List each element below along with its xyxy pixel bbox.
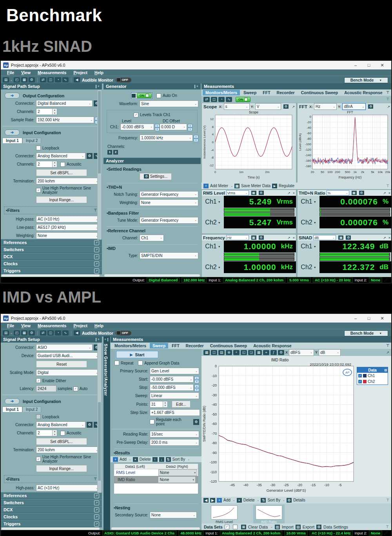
- up-icon[interactable]: ↑: [152, 457, 158, 462]
- zoom-tool-icon[interactable]: ⊕: [226, 350, 232, 355]
- signal-path-icon[interactable]: ⇄: [40, 77, 46, 82]
- popout-icon[interactable]: ↗: [94, 507, 99, 512]
- close-icon[interactable]: ×: [388, 191, 390, 195]
- menu-measurements[interactable]: Measurements: [34, 323, 70, 328]
- new-project-icon[interactable]: ▤: [3, 330, 9, 335]
- dropdown-connector[interactable]: Analog Balanced⌄: [36, 153, 85, 159]
- accordion-item-references[interactable]: References↗: [1, 492, 102, 499]
- checkbox-checked-icon[interactable]: ✓: [358, 374, 362, 377]
- spinner-arrows[interactable]: ▲▼: [52, 161, 57, 167]
- close-button[interactable]: ✕: [376, 61, 389, 69]
- graph-x-units-dropdown[interactable]: dBFS⌄: [289, 349, 314, 356]
- sweep-icon[interactable]: ∿: [226, 97, 232, 102]
- checkbox-loopback[interactable]: Loopback: [36, 146, 59, 150]
- popout-icon[interactable]: ↗: [387, 105, 390, 109]
- checkbox-acoustic[interactable]: Acoustic: [60, 162, 82, 167]
- checkbox-icon[interactable]: ✓: [36, 378, 41, 383]
- toolbar-label-regulate[interactable]: Regulate: [279, 184, 294, 188]
- spin-down-icon[interactable]: ▼: [194, 380, 199, 383]
- naming-icon[interactable]: ◫: [47, 330, 54, 335]
- dropdown-tune-mode[interactable]: Generator Frequency⌄: [140, 217, 198, 224]
- save-graph-icon[interactable]: ▦: [203, 350, 210, 355]
- spinner-arrows[interactable]: ▲▼: [52, 109, 57, 115]
- scope-y-units-dropdown[interactable]: V⌄: [255, 103, 281, 110]
- menu-view[interactable]: View: [18, 70, 34, 75]
- popout-icon[interactable]: ↗: [94, 268, 99, 273]
- button-input-range[interactable]: Input Range...: [36, 465, 87, 472]
- copy-graph-icon[interactable]: ◫: [211, 350, 217, 355]
- pin-icon[interactable]: ⊤: [386, 97, 389, 101]
- h-scrollbar[interactable]: [2, 527, 100, 530]
- channel-selector[interactable]: Ch1▼: [298, 196, 319, 208]
- accordion-item-switchers[interactable]: Switchers↗: [1, 499, 102, 506]
- channel-selector[interactable]: Ch2▼: [202, 217, 224, 228]
- dropdown-low-pass[interactable]: AES17 (20 kHz)⌄: [36, 224, 100, 231]
- accordion-item-triggers[interactable]: Triggers↗: [1, 520, 102, 527]
- accordion-item-switchers[interactable]: Switchers↗: [1, 246, 102, 253]
- h-scrollbar[interactable]: [111, 527, 200, 530]
- toolbar-label-sort-by[interactable]: Sort By: [267, 498, 280, 502]
- expand-icon[interactable]: +❙: [103, 336, 110, 341]
- start-button[interactable]: ▶Start: [116, 351, 158, 358]
- sweep-icon[interactable]: ∿: [62, 77, 69, 82]
- channel-selector[interactable]: Ch2▼: [298, 217, 319, 228]
- pin-icon[interactable]: ⊤: [386, 525, 389, 529]
- clear-data-icon[interactable]: ⊠: [241, 525, 246, 529]
- new-dropdown-icon[interactable]: ⌄: [10, 78, 13, 82]
- spinner[interactable]: ▲▼: [194, 135, 198, 141]
- popout-icon[interactable]: ↗: [94, 261, 99, 266]
- toolbar-label-import[interactable]: Import: [282, 525, 294, 529]
- gear-icon[interactable]: ⚙: [193, 419, 199, 425]
- h-scrollbar[interactable]: [2, 274, 100, 277]
- dropdown-weighting[interactable]: None⌄: [36, 232, 100, 239]
- tab-fft[interactable]: FFT: [260, 90, 273, 95]
- popout-icon[interactable]: ↗: [94, 240, 99, 245]
- save-project-icon[interactable]: ▦: [21, 330, 27, 335]
- last-icon[interactable]: ▶: [210, 498, 215, 503]
- minimize-button[interactable]: –: [349, 61, 362, 69]
- tab-input-1[interactable]: Input 1: [2, 407, 22, 412]
- number-spinner[interactable]: 31▲▼: [150, 401, 168, 408]
- naming-icon[interactable]: ◫: [211, 97, 217, 102]
- toolbar-label-clear-data[interactable]: Clear Data: [248, 525, 268, 529]
- dropdown-device[interactable]: Gustard USB Audi...⌄: [36, 352, 100, 359]
- spinner[interactable]: ▲▼: [155, 124, 160, 130]
- spin-down-icon[interactable]: ▼: [163, 404, 167, 407]
- toolbar-label-add[interactable]: Add: [120, 457, 127, 461]
- graph-y-units-dropdown[interactable]: dB⌄: [319, 349, 341, 356]
- checkbox-icon[interactable]: ✓: [73, 387, 78, 391]
- meter-style-icon[interactable]: ▦: [352, 191, 357, 195]
- dropdown-high-pass[interactable]: AC (<10 Hz)⌄: [36, 216, 100, 222]
- popout-icon[interactable]: ↗: [94, 247, 99, 252]
- spinner[interactable]: ▲▼: [188, 124, 192, 130]
- meter-style-icon[interactable]: ▦: [338, 235, 343, 240]
- popout-icon[interactable]: ↗: [94, 254, 99, 259]
- delete-icon[interactable]: ×: [133, 457, 138, 462]
- number-spinner[interactable]: 2▲▼: [36, 161, 57, 168]
- popout-icon[interactable]: ↗: [383, 236, 386, 240]
- spin-down-icon[interactable]: ▼: [53, 433, 57, 436]
- delete-icon[interactable]: ×: [237, 498, 242, 503]
- popout-icon[interactable]: ↗: [292, 105, 295, 109]
- channel-2-button[interactable]: 2: [113, 150, 118, 155]
- checkbox-icon[interactable]: ✓: [36, 457, 41, 461]
- spin-up-icon[interactable]: ▲: [53, 109, 57, 112]
- audible-monitor-toggle[interactable]: OFF: [116, 331, 131, 335]
- checkbox-repeat[interactable]: Repeat: [114, 361, 133, 365]
- first-icon[interactable]: ◀: [203, 498, 209, 503]
- popout-icon[interactable]: ↗: [287, 236, 290, 240]
- toolbar-label-add-meter[interactable]: Add Meter: [210, 184, 228, 188]
- toolbar-label-delete[interactable]: Delete: [140, 457, 151, 461]
- checkbox-auto-on[interactable]: Auto On: [156, 93, 177, 98]
- tab-fft[interactable]: FFT: [169, 343, 182, 348]
- on-pill[interactable]: ON: [137, 93, 152, 98]
- checkbox-loopback[interactable]: Loopback: [36, 414, 59, 419]
- menu-help[interactable]: Help: [91, 323, 107, 328]
- spinner[interactable]: ▲▼: [194, 376, 199, 382]
- checkbox-icon[interactable]: [36, 146, 41, 150]
- tab-acoustic-response[interactable]: Acoustic Response: [341, 90, 385, 95]
- maximize-button[interactable]: □: [362, 61, 376, 69]
- toolbar-label-data-settings[interactable]: Data Settings: [323, 525, 348, 529]
- popout-icon[interactable]: ↗: [94, 521, 99, 527]
- number-spinner[interactable]: 2▲▼: [36, 108, 57, 115]
